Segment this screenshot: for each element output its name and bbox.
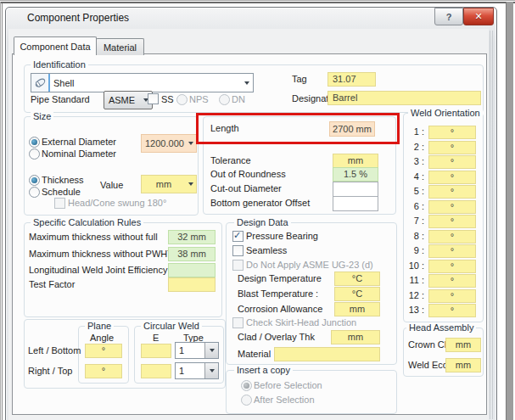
weld-orientation-field[interactable]: °: [428, 260, 476, 273]
type-value: 1: [176, 363, 204, 378]
ug23-checkbox[interactable]: [232, 260, 244, 271]
external-diameter-radio[interactable]: [29, 137, 40, 148]
size-caption: Size: [31, 111, 53, 121]
weld-orientation-field[interactable]: °: [428, 244, 476, 258]
checkmark-icon: ✓: [233, 230, 241, 241]
thickness-unit-combo[interactable]: mm: [141, 175, 197, 193]
length-highlight-annotation: [196, 113, 400, 144]
weld-orientation-row-label: 13 :: [400, 305, 424, 316]
nominal-diameter-label: Nominal Diameter: [42, 148, 116, 160]
nominal-diameter-radio[interactable]: [29, 148, 40, 160]
tab-material[interactable]: Material: [96, 38, 144, 55]
weld-orientation-row-label: 3 :: [400, 156, 424, 167]
pipe-standard-value: ASME: [104, 92, 139, 109]
weld-orientation-field[interactable]: °: [428, 289, 476, 303]
scr-row-field[interactable]: 38 mm: [168, 247, 216, 261]
e-field[interactable]: [141, 344, 171, 358]
cutout-diameter-label: Cut-out Diameter: [210, 183, 282, 194]
pipe-standard-combo[interactable]: ASME: [104, 91, 153, 109]
close-button[interactable]: ✕: [463, 8, 494, 25]
thickness-radio[interactable]: [29, 175, 40, 186]
designation-field[interactable]: Barrel: [327, 91, 481, 105]
schedule-radio[interactable]: [29, 187, 40, 198]
scr-row-field[interactable]: [168, 277, 216, 292]
e-field[interactable]: [141, 364, 171, 378]
weld-orientation-field[interactable]: °: [428, 200, 476, 214]
weld-orientation-row-label: 6 :: [400, 201, 424, 212]
blast-temperature-label: Blast Temperature :: [238, 288, 318, 300]
chevron-down-icon: [244, 81, 249, 85]
material-field[interactable]: [274, 347, 380, 361]
type-combo[interactable]: 1: [175, 342, 219, 359]
weld-orientation-caption: Weld Orientation: [408, 108, 483, 118]
weld-orientation-field[interactable]: °: [428, 274, 476, 288]
schedule-label: Schedule: [42, 187, 81, 198]
bottom-generator-offset-label: Bottom generator Offset: [210, 198, 310, 209]
scr-row-label: Maximum thickness without PWHT: [29, 249, 173, 260]
thickness-unit-value: mm: [142, 176, 186, 193]
tolerance-field[interactable]: mm: [333, 154, 378, 168]
scr-row-label: Longitudinal Weld Joint Efficiency: [29, 265, 167, 276]
pressure-bearing-checkbox[interactable]: ✓: [232, 231, 244, 242]
weld-orientation-row-label: 10 :: [400, 260, 424, 272]
type-combo[interactable]: 1: [175, 362, 219, 379]
head-cone-label: Head/Cone swung 180°: [68, 198, 166, 209]
weld-orientation-row-label: 9 :: [400, 245, 424, 256]
out-of-roundness-field[interactable]: 1.5 %: [333, 167, 378, 182]
weld-orientation-field[interactable]: °: [428, 155, 476, 169]
help-button[interactable]: ?: [434, 8, 463, 25]
angle-field[interactable]: °: [85, 364, 122, 378]
before-selection-radio[interactable]: [241, 380, 252, 391]
angle-field[interactable]: °: [85, 344, 122, 358]
corrosion-allowance-field[interactable]: mm: [334, 302, 380, 316]
weld-orientation-field[interactable]: °: [428, 171, 476, 184]
cutout-diameter-field[interactable]: [333, 182, 378, 197]
clad-overlay-field[interactable]: mm: [331, 330, 380, 344]
scr-row-field[interactable]: 32 mm: [168, 230, 216, 244]
diameter-combo[interactable]: 1200.000 mm: [141, 134, 197, 153]
weld-orientation-row-label: 5 :: [400, 186, 424, 197]
weld-orientation-field[interactable]: °: [428, 215, 476, 228]
crown-chord-field[interactable]: mm: [445, 338, 481, 352]
component-type-combo[interactable]: Shell: [31, 73, 254, 92]
right-scroll-band: [506, 2, 513, 420]
tag-field[interactable]: 31.07: [327, 72, 376, 87]
weld-orientation-field[interactable]: °: [428, 141, 476, 154]
material-label: Material: [238, 349, 271, 360]
close-icon: ✕: [474, 11, 482, 22]
out-of-roundness-label: Out of Roundness: [210, 169, 286, 180]
ss-label: SS: [161, 94, 174, 105]
chevron-down-icon: [188, 142, 193, 145]
scr-caption: Specific Calculation Rules: [31, 217, 143, 227]
insert-a-copy-group: [226, 370, 397, 414]
seamless-label: Seamless: [246, 245, 287, 256]
weld-orientation-field[interactable]: °: [428, 185, 476, 199]
pressure-bearing-label: Pressure Bearing: [246, 231, 318, 242]
design-temperature-field[interactable]: °C: [334, 272, 380, 286]
help-icon: ?: [446, 12, 452, 22]
dn-radio[interactable]: [219, 94, 230, 105]
weld-orientation-row-label: 4 :: [400, 171, 424, 182]
blast-temperature-field[interactable]: °C: [334, 287, 380, 301]
frame-groove: [490, 31, 490, 419]
bottom-generator-offset-field[interactable]: [333, 196, 378, 211]
nps-radio[interactable]: [176, 94, 188, 105]
weld-orientation-field[interactable]: °: [428, 126, 476, 139]
head-assembly-caption: Head Assembly: [406, 322, 476, 333]
tolerance-label: Tolerance: [210, 155, 251, 166]
skirt-head-checkbox[interactable]: [232, 317, 244, 328]
weld-orientation-field[interactable]: °: [428, 230, 476, 244]
scr-row-field[interactable]: [168, 263, 216, 277]
tab-component-data[interactable]: Component Data: [14, 36, 97, 55]
window-title: Component Properties: [27, 12, 129, 24]
design-temperature-label: Design Temperature: [238, 273, 322, 284]
angle-header: Angle: [90, 333, 114, 344]
after-selection-radio[interactable]: [241, 395, 252, 406]
head-cone-checkbox[interactable]: [54, 198, 65, 209]
ss-checkbox[interactable]: [148, 93, 159, 104]
thickness-label: Thickness: [42, 175, 84, 186]
chevron-down-icon: [210, 349, 215, 352]
weld-orientation-field[interactable]: °: [428, 304, 476, 317]
weld-eccent-field[interactable]: mm: [445, 358, 481, 372]
seamless-checkbox[interactable]: [232, 245, 244, 256]
